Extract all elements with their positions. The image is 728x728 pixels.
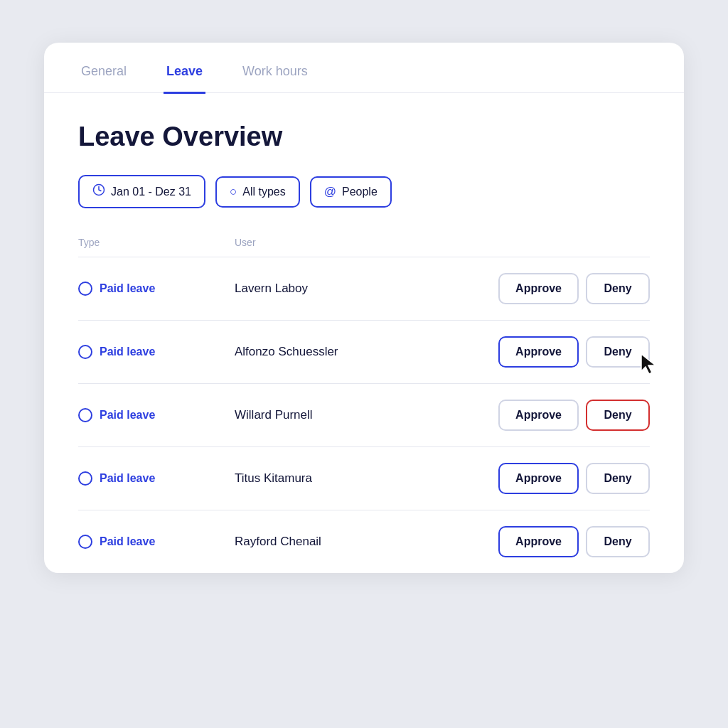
action-buttons: Approve Deny (498, 526, 650, 557)
tab-leave[interactable]: Leave (164, 44, 205, 94)
leave-circle-icon (78, 408, 92, 422)
deny-button[interactable]: Deny (586, 400, 650, 431)
action-buttons: Approve Deny (498, 336, 650, 368)
col-header-user: User (235, 237, 650, 248)
circle-icon: ○ (230, 185, 237, 199)
filter-row: Jan 01 - Dez 31 ○ All types @ People (78, 175, 650, 208)
approve-button[interactable]: Approve (498, 526, 579, 557)
deny-button[interactable]: Deny (586, 336, 650, 368)
page-title: Leave Overview (78, 122, 650, 152)
filter-date-label: Jan 01 - Dez 31 (111, 186, 191, 198)
main-content: Leave Overview Jan 01 - Dez 31 ○ All typ… (44, 93, 684, 573)
table-row: Paid leave Willard Purnell Approve Deny (78, 384, 650, 447)
leave-circle-icon (78, 282, 92, 296)
tab-general[interactable]: General (78, 44, 129, 94)
leave-type-cell: Paid leave (78, 535, 235, 549)
tab-workhours[interactable]: Work hours (240, 44, 311, 94)
leave-circle-icon (78, 471, 92, 486)
table-body: Paid leave Lavern Laboy Approve Deny Pai… (78, 257, 650, 573)
clock-icon (92, 183, 105, 200)
leave-type-label: Paid leave (100, 472, 155, 485)
user-name: Willard Purnell (235, 408, 498, 422)
table-header: Type User (78, 234, 650, 257)
approve-button[interactable]: Approve (498, 400, 579, 431)
filter-people[interactable]: @ People (310, 176, 392, 208)
at-icon: @ (324, 185, 336, 199)
leave-type-cell: Paid leave (78, 408, 235, 422)
deny-button[interactable]: Deny (586, 463, 650, 494)
action-buttons: Approve Deny (498, 463, 650, 494)
tab-bar: General Leave Work hours (44, 43, 684, 93)
approve-button[interactable]: Approve (498, 463, 579, 494)
leave-type-label: Paid leave (100, 346, 155, 358)
filter-people-label: People (342, 186, 378, 198)
approve-button[interactable]: Approve (498, 336, 579, 368)
filter-type-label: All types (242, 186, 285, 198)
approve-button[interactable]: Approve (498, 273, 579, 304)
user-name: Titus Kitamura (235, 471, 498, 486)
table-row: Paid leave Titus Kitamura Approve Deny (78, 447, 650, 510)
leave-type-label: Paid leave (100, 535, 155, 548)
action-buttons: Approve Deny (498, 400, 650, 431)
leave-type-cell: Paid leave (78, 471, 235, 486)
leave-circle-icon (78, 345, 92, 359)
filter-type[interactable]: ○ All types (215, 176, 300, 208)
leave-type-label: Paid leave (100, 409, 155, 422)
deny-button[interactable]: Deny (586, 526, 650, 557)
user-name: Rayford Chenail (235, 535, 498, 549)
col-header-type: Type (78, 237, 235, 248)
user-name: Alfonzo Schuessler (235, 345, 498, 359)
leave-circle-icon (78, 535, 92, 549)
table-row: Paid leave Alfonzo Schuessler Approve De… (78, 321, 650, 384)
leave-type-label: Paid leave (100, 282, 155, 295)
filter-date-range[interactable]: Jan 01 - Dez 31 (78, 175, 205, 208)
deny-button[interactable]: Deny (586, 273, 650, 304)
table-row: Paid leave Rayford Chenail Approve Deny (78, 510, 650, 573)
action-buttons: Approve Deny (498, 273, 650, 304)
leave-type-cell: Paid leave (78, 345, 235, 359)
table-row: Paid leave Lavern Laboy Approve Deny (78, 257, 650, 321)
user-name: Lavern Laboy (235, 282, 498, 296)
main-card: General Leave Work hours Leave Overview … (44, 43, 684, 573)
leave-type-cell: Paid leave (78, 282, 235, 296)
